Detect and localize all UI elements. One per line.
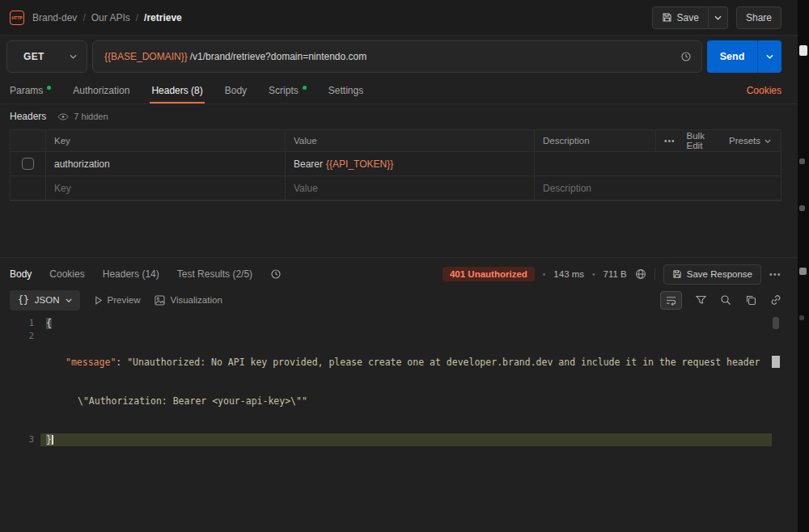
play-icon (95, 296, 103, 305)
search-icon[interactable] (720, 294, 731, 306)
scripts-dot (303, 86, 307, 90)
response-tab-headers[interactable]: Headers (14) (103, 268, 159, 280)
presets-button[interactable]: Presets (729, 136, 771, 146)
header-description-cell[interactable] (535, 152, 781, 175)
new-key-input[interactable]: Key (46, 176, 286, 200)
save-response-icon (672, 269, 682, 279)
share-label: Share (746, 12, 772, 23)
tab-body[interactable]: Body (225, 78, 247, 103)
response-tabs: Body Cookies Headers (14) Test Results (… (10, 262, 781, 286)
row-checkbox[interactable] (22, 158, 34, 170)
chevron-down-icon (714, 15, 722, 20)
response-tab-test-results[interactable]: Test Results (2/5) (177, 268, 252, 280)
more-actions-icon[interactable]: ••• (664, 137, 676, 146)
send-options-button[interactable] (757, 40, 781, 73)
response-format-select[interactable]: {} JSON (10, 290, 80, 310)
cookies-link[interactable]: Cookies (747, 85, 781, 96)
send-button[interactable]: Send (707, 40, 757, 73)
row-select-cell (11, 176, 46, 200)
method-select[interactable]: GET (6, 40, 87, 73)
url-variable: {{BASE_DOMAIN}} (104, 51, 188, 62)
sidebar-icon[interactable] (799, 158, 805, 164)
topbar-actions: Save Share (652, 6, 781, 29)
preview-button[interactable]: Preview (95, 295, 141, 305)
tab-params[interactable]: Params (10, 78, 51, 103)
breadcrumb-workspace[interactable]: Brand-dev (32, 12, 77, 23)
url-path: /v1/brand/retrieve?domain=nintendo.com (190, 51, 366, 62)
link-icon[interactable] (770, 294, 781, 306)
response-history-icon[interactable] (270, 268, 282, 280)
topbar: HTTP Brand-dev / Our APIs / /retrieve Sa… (0, 0, 798, 36)
response-tab-body[interactable]: Body (10, 268, 32, 280)
save-options-button[interactable] (709, 6, 728, 29)
code-line-1: 1 { (0, 317, 772, 330)
sidebar-icon[interactable] (799, 315, 804, 320)
chevron-down-icon (70, 54, 77, 59)
params-dot (47, 86, 51, 90)
sidebar-icon[interactable] (799, 45, 807, 56)
visualization-icon (155, 295, 165, 306)
app-logo-icon[interactable]: HTTP (10, 11, 24, 25)
filter-icon[interactable] (696, 295, 706, 305)
save-label: Save (677, 12, 699, 23)
editor-scrollbar-thumb[interactable] (773, 317, 779, 329)
header-key-cell[interactable]: authorization (46, 152, 286, 175)
tab-headers[interactable]: Headers (8) (151, 78, 202, 103)
eye-icon (57, 113, 69, 120)
header-value-cell[interactable]: Bearer {{API_TOKEN}} (286, 152, 535, 175)
share-button[interactable]: Share (736, 6, 781, 29)
save-response-button[interactable]: Save Response (663, 264, 761, 285)
bulk-edit-button[interactable]: Bulk Edit (687, 131, 718, 150)
new-description-input[interactable]: Description (535, 176, 781, 200)
json-key: "message" (66, 357, 116, 368)
column-header-key: Key (46, 130, 286, 151)
sidebar-icon[interactable] (799, 205, 805, 211)
editor-tools (660, 291, 781, 310)
globe-icon[interactable] (635, 268, 646, 280)
json-string: "Unauthorized: No API key provided, plea… (127, 357, 760, 368)
tab-authorization[interactable]: Authorization (73, 78, 129, 103)
response-size: 711 B (604, 269, 627, 279)
request-tabs: Params Authorization Headers (8) Body Sc… (0, 78, 798, 104)
visualization-button[interactable]: Visualization (155, 295, 222, 306)
sidebar-icon[interactable] (799, 268, 807, 275)
table-actions: ••• Bulk Edit Presets (656, 130, 781, 151)
chevron-down-icon (765, 139, 771, 143)
url-input[interactable]: {{BASE_DOMAIN}} /v1/brand/retrieve?domai… (92, 40, 702, 73)
response-time: 143 ms (553, 269, 584, 279)
dot-separator: • (592, 270, 595, 279)
json-string-wrap: \"Authorization: Bearer <your-api-key>\"… (46, 395, 772, 407)
breadcrumb-collection[interactable]: Our APIs (91, 12, 130, 23)
divider (654, 268, 655, 280)
new-value-input[interactable]: Value (286, 176, 535, 200)
response-meta: 401 Unauthorized • 143 ms • 711 B Save R… (443, 264, 781, 285)
tab-scripts[interactable]: Scripts (269, 78, 307, 103)
line-number: 1 (0, 317, 40, 330)
breadcrumb: Brand-dev / Our APIs / /retrieve (32, 12, 182, 23)
response-body-editor[interactable]: 1 { 2 "message": "Unauthorized: No API k… (0, 317, 772, 446)
cursor-overview-marker (772, 356, 780, 368)
column-header-description: Description (535, 130, 656, 151)
save-button[interactable]: Save (652, 6, 709, 29)
response-divider (0, 257, 798, 258)
header-row-authorization: authorization Bearer {{API_TOKEN}} (11, 152, 781, 176)
response-toolbar: {} JSON Preview Visualization (10, 289, 781, 310)
wrap-text-toggle[interactable] (660, 291, 682, 310)
tab-settings[interactable]: Settings (328, 78, 363, 103)
line-number: 3 (0, 433, 40, 446)
header-row-new: Key Value Description (11, 176, 781, 201)
column-header-value: Value (286, 130, 535, 151)
copy-icon[interactable] (745, 294, 756, 306)
breadcrumb-request[interactable]: /retrieve (144, 12, 182, 23)
hidden-headers-toggle[interactable]: 7 hidden (57, 112, 108, 121)
more-options-icon[interactable]: ••• (769, 270, 781, 279)
method-label: GET (23, 51, 44, 62)
breadcrumb-separator: / (136, 12, 138, 23)
headers-section-title: Headers (10, 111, 46, 122)
history-icon[interactable] (680, 51, 692, 62)
braces-icon: {} (18, 294, 29, 306)
save-icon (662, 12, 672, 23)
right-sidebar-rail (798, 0, 809, 532)
response-tab-cookies[interactable]: Cookies (49, 268, 84, 280)
dot-separator: • (543, 270, 546, 279)
